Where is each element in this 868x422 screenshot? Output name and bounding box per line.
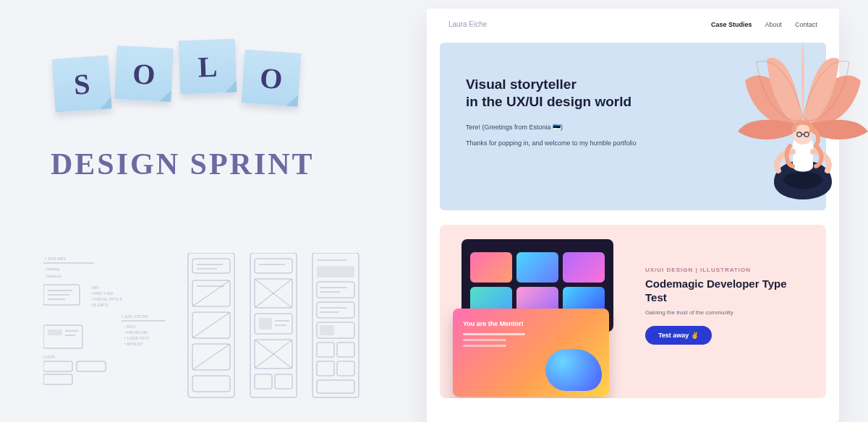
case-eyebrow: UX/UI DESIGN | ILLUSTRATION	[645, 267, 809, 273]
svg-text:- VISUAL STYLE: - VISUAL STYLE	[90, 297, 123, 301]
nav: Case Studies About Contact	[711, 21, 817, 28]
case-cta-button[interactable]: Test away ✌	[645, 326, 712, 345]
avatar-tile	[516, 252, 558, 283]
svg-rect-36	[192, 376, 230, 392]
nav-about[interactable]: About	[765, 21, 782, 28]
svg-rect-58	[317, 302, 354, 318]
svg-rect-44	[259, 318, 272, 330]
sketch-label: 1 ESILEHT	[45, 257, 66, 261]
svg-text:• RESULT: • RESULT	[124, 342, 143, 346]
sticky-letter: S	[72, 66, 90, 101]
svg-text:• PILT: • PILT	[124, 324, 136, 329]
svg-text:- SLIDES?: - SLIDES?	[90, 303, 109, 307]
svg-rect-38	[255, 259, 292, 273]
svg-rect-51	[275, 374, 292, 389]
avatar-tile	[470, 252, 512, 283]
design-sprint-title: Design Sprint	[51, 147, 391, 181]
case-title: Codemagic Developer Type Test	[645, 277, 809, 305]
sticky-note-row: S O L O	[51, 40, 391, 126]
svg-rect-63	[317, 343, 334, 357]
svg-text:• PROBLEM: • PROBLEM	[124, 330, 148, 335]
svg-rect-64	[337, 343, 354, 357]
svg-text:- HEl: - HEl	[90, 285, 99, 290]
svg-text:landing: landing	[46, 267, 59, 271]
svg-rect-12	[48, 330, 62, 335]
svg-rect-67	[317, 380, 354, 393]
inner-screenshot-result: You are the Mentor!	[453, 309, 609, 397]
inner-headline: You are the Mentor!	[463, 320, 599, 327]
svg-rect-66	[337, 361, 354, 376]
svg-text:CASE STUDY: CASE STUDY	[122, 314, 149, 319]
portfolio-page: Laura Eiche Case Studies About Contact V…	[427, 9, 839, 422]
svg-rect-55	[317, 282, 354, 298]
svg-rect-11	[43, 325, 82, 348]
sticky-note-o1: O	[114, 46, 174, 102]
svg-rect-18	[77, 361, 106, 371]
svg-text:LISTE: LISTE	[43, 355, 56, 359]
wireframe-sketches: 1 ESILEHT landing illustrate - HEl - WHO…	[43, 253, 376, 422]
svg-rect-26	[192, 259, 230, 273]
portfolio-preview: Laura Eiche Case Studies About Contact V…	[427, 9, 861, 422]
nav-contact[interactable]: Contact	[795, 21, 817, 28]
svg-rect-62	[320, 325, 334, 335]
svg-rect-16	[43, 361, 72, 371]
svg-rect-54	[317, 266, 354, 277]
svg-text:illustrate: illustrate	[46, 274, 61, 278]
hero-title-line2: in the UX/UI design world	[466, 94, 631, 109]
sticky-note-o2: O	[242, 49, 302, 106]
brand-name[interactable]: Laura Eiche	[448, 20, 487, 28]
hero-title-line1: Visual storyteller	[466, 77, 576, 92]
topbar: Laura Eiche Case Studies About Contact	[427, 9, 839, 28]
svg-line-35	[192, 344, 230, 370]
avatar-tile	[563, 252, 605, 283]
hero-section: Visual storyteller in the UX/UI design w…	[440, 43, 826, 210]
case-study-card[interactable]: You are the Mentor! UX/UI DESIGN | ILLUS…	[440, 225, 826, 398]
sticky-letter: O	[259, 60, 284, 95]
hero-welcome: Thanks for popping in, and welcome to my…	[466, 139, 800, 147]
case-tagline: Gaining the trust of the community	[645, 309, 809, 316]
svg-line-31	[192, 280, 230, 306]
svg-text:- WHO I AM: - WHO I AM	[90, 291, 114, 296]
sticky-letter: O	[132, 56, 156, 92]
svg-rect-17	[43, 374, 72, 384]
character-blob-icon	[545, 349, 602, 391]
svg-text:• USER TEST: • USER TEST	[124, 336, 150, 340]
hero-title: Visual storyteller in the UX/UI design w…	[466, 76, 800, 111]
svg-rect-50	[255, 374, 272, 389]
solo-design-sprint-block: S O L O Design Sprint	[51, 40, 391, 181]
sticky-note-l: L	[179, 39, 237, 95]
case-study-visual: You are the Mentor!	[457, 242, 628, 381]
svg-line-33	[192, 312, 230, 338]
nav-case-studies[interactable]: Case Studies	[711, 21, 752, 28]
sticky-note-s: S	[52, 55, 112, 112]
svg-rect-37	[250, 253, 297, 397]
case-study-text: UX/UI DESIGN | ILLUSTRATION Codemagic De…	[645, 242, 809, 381]
sticky-letter: L	[197, 49, 218, 84]
svg-rect-65	[317, 361, 334, 376]
hero-greeting: Tere! (Greetings from Estonia 🇪🇪)	[466, 124, 800, 131]
